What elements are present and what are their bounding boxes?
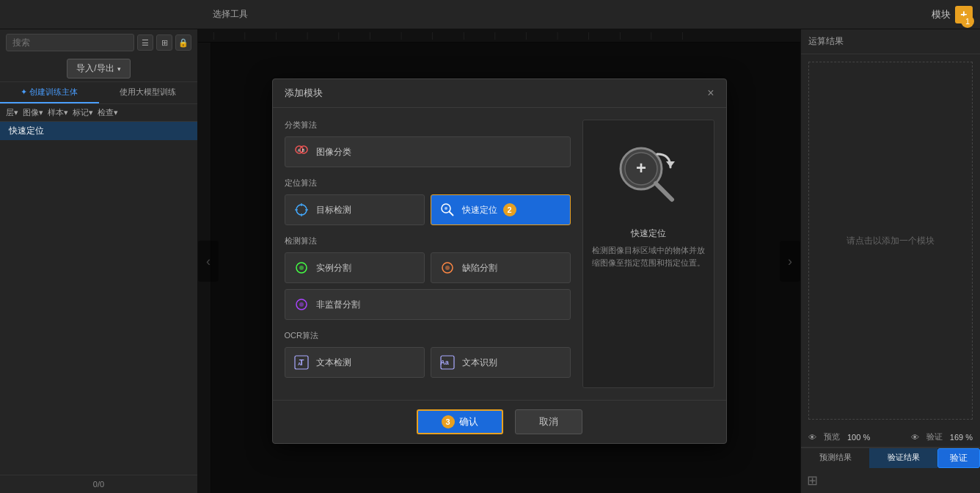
grid-display-icon[interactable]: ⊞ bbox=[807, 473, 818, 488]
svg-line-10 bbox=[449, 212, 453, 216]
non-supervised-seg-label: 非监督分割 bbox=[316, 299, 360, 311]
selection-tool-label: 选择工具 bbox=[213, 8, 248, 21]
zoom-preview: 👁 预览 100 % bbox=[808, 431, 870, 442]
tab-predict-result[interactable]: 预测结果 bbox=[801, 448, 869, 468]
lock-icon[interactable]: 🔒 bbox=[175, 34, 191, 51]
instance-seg-icon bbox=[293, 259, 310, 277]
import-btn[interactable]: 导入/导出 ▾ bbox=[67, 59, 130, 78]
modal-confirm-button[interactable]: 3 确认 bbox=[417, 409, 503, 434]
import-dropdown-arrow: ▾ bbox=[117, 65, 121, 73]
sidebar-content: 快速定位 bbox=[0, 122, 197, 475]
svg-text:Aa: Aa bbox=[440, 359, 449, 366]
modal-footer: 3 确认 取消 bbox=[273, 400, 726, 443]
zoom-val-2: 169 % bbox=[950, 433, 973, 442]
top-bar-right: 模块 + 1 bbox=[932, 6, 973, 23]
svg-marker-27 bbox=[666, 161, 675, 167]
svg-point-11 bbox=[445, 207, 447, 210]
zoom-label-2: 验证 bbox=[926, 431, 943, 442]
algo-image-classify[interactable]: A B 图像分类 bbox=[285, 136, 571, 167]
text-detect-label: 文本检测 bbox=[316, 357, 351, 369]
toolbar-check[interactable]: 检查▾ bbox=[98, 107, 118, 118]
center-canvas: | | | | | | | | | | | | | | | | ‹ 添加模块 bbox=[198, 29, 800, 493]
algo-defect-seg[interactable]: 缺陷分割 bbox=[431, 252, 571, 283]
modal-preview: + 快速定位 检测图像目标区域中的物体并放缩图像至指定范围和指定位置。 bbox=[582, 120, 714, 388]
right-panel-footer: 👁 预览 100 % 👁 验证 169 % 预测结果 验证结果 验证 ⊞ bbox=[801, 427, 980, 493]
toolbar-mark[interactable]: 标记▾ bbox=[73, 107, 93, 118]
preview-title: 快速定位 bbox=[631, 227, 666, 240]
modal-close-button[interactable]: × bbox=[707, 87, 714, 100]
locate-grid: 目标检测 快速定位 bbox=[285, 194, 571, 225]
svg-text:A: A bbox=[298, 362, 301, 366]
svg-text:B: B bbox=[301, 148, 304, 153]
algo-target-detect[interactable]: 目标检测 bbox=[285, 194, 425, 225]
section-locate-label: 定位算法 bbox=[285, 178, 571, 189]
section-classify-label: 分类算法 bbox=[285, 120, 571, 131]
confirm-number-badge: 3 bbox=[442, 415, 455, 428]
text-recog-icon: Aa bbox=[439, 354, 456, 371]
detect-grid: 实例分割 缺陷分割 bbox=[285, 252, 571, 283]
search-input[interactable] bbox=[6, 34, 134, 51]
tab-create[interactable]: ✦ 创建训练主体 bbox=[0, 82, 99, 103]
algo-text-recog[interactable]: Aa 文本识别 bbox=[431, 347, 571, 378]
bottom-tabs: 预测结果 验证结果 验证 bbox=[801, 448, 980, 468]
confirm-badge: 3 确认 bbox=[442, 415, 478, 428]
target-detect-label: 目标检测 bbox=[316, 204, 351, 216]
algo-non-supervised-seg[interactable]: 非监督分割 bbox=[285, 289, 571, 320]
tab-big-model[interactable]: 使用大模型训练 bbox=[99, 82, 198, 103]
zoom-val-1: 100 % bbox=[847, 433, 870, 442]
add-button-wrapper: + 1 bbox=[955, 6, 973, 23]
top-bar: 选择工具 模块 + 1 bbox=[0, 0, 980, 29]
main-layout: ☰ ⊞ 🔒 导入/导出 ▾ ✦ 创建训练主体 使用大模型训练 层▾ 图像▾ 样本… bbox=[0, 29, 980, 493]
tab-verify-result[interactable]: 验证结果 bbox=[869, 448, 937, 468]
fast-locate-preview-svg: + bbox=[612, 139, 685, 213]
algo-text-detect[interactable]: T A 文本检测 bbox=[285, 347, 425, 378]
modal-algorithm-list: 分类算法 A B bbox=[285, 120, 571, 388]
import-label: 导入/导出 bbox=[76, 62, 114, 75]
defect-seg-icon bbox=[439, 259, 456, 277]
svg-point-17 bbox=[299, 302, 304, 307]
zoom-verify: 👁 验证 169 % bbox=[911, 431, 973, 442]
ocr-grid: T A 文本检测 Aa bbox=[285, 347, 571, 378]
text-recog-label: 文本识别 bbox=[462, 357, 497, 369]
preview-description: 检测图像目标区域中的物体并放缩图像至指定范围和指定位置。 bbox=[592, 244, 705, 269]
fast-locate-badge: 2 bbox=[503, 203, 516, 216]
modal-body: 分类算法 A B bbox=[273, 108, 726, 400]
non-supervised-seg-icon bbox=[293, 296, 310, 313]
algo-fast-locate[interactable]: 快速定位 2 bbox=[431, 194, 571, 225]
section-ocr-label: OCR算法 bbox=[285, 330, 571, 341]
grid-icon[interactable]: ⊞ bbox=[156, 34, 172, 51]
toolbar-layer[interactable]: 层▾ bbox=[6, 107, 18, 118]
toolbar-sample[interactable]: 样本▾ bbox=[48, 107, 68, 118]
import-bar: 导入/导出 ▾ bbox=[0, 56, 197, 82]
module-label: 模块 bbox=[932, 8, 951, 21]
zoom-label-1: 预览 bbox=[824, 431, 840, 442]
modal-overlay: 添加模块 × 分类算法 bbox=[198, 29, 800, 493]
sidebar-toolbar: 层▾ 图像▾ 样本▾ 标记▾ 检查▾ bbox=[0, 104, 197, 122]
toolbar-image[interactable]: 图像▾ bbox=[23, 107, 43, 118]
image-classify-label: 图像分类 bbox=[316, 146, 351, 158]
right-panel-title: 运算结果 bbox=[808, 36, 844, 46]
fast-locate-label: 快速定位 bbox=[462, 204, 497, 216]
sidebar-selected-item[interactable]: 快速定位 bbox=[0, 122, 197, 140]
instance-seg-label: 实例分割 bbox=[316, 262, 351, 274]
classify-grid: A B 图像分类 bbox=[285, 136, 571, 167]
algo-instance-seg[interactable]: 实例分割 bbox=[285, 252, 425, 283]
target-detect-icon bbox=[293, 201, 310, 219]
modal-cancel-button[interactable]: 取消 bbox=[515, 409, 582, 434]
sidebar-footer: 0/0 bbox=[0, 475, 197, 493]
svg-point-13 bbox=[299, 266, 304, 270]
grid-icon-row: ⊞ bbox=[801, 468, 980, 493]
svg-text:+: + bbox=[635, 158, 646, 178]
modal-title: 添加模块 bbox=[285, 87, 323, 100]
list-icon[interactable]: ☰ bbox=[137, 34, 153, 51]
eye-icon-1: 👁 bbox=[808, 433, 816, 442]
left-tabs-row: ✦ 创建训练主体 使用大模型训练 bbox=[0, 82, 197, 104]
detect-grid-2: 非监督分割 bbox=[285, 289, 571, 320]
image-classify-icon: A B bbox=[293, 143, 310, 161]
zoom-row: 👁 预览 100 % 👁 验证 169 % bbox=[801, 427, 980, 448]
module-empty-hint[interactable]: 请点击以添加一个模块 bbox=[808, 62, 973, 420]
small-confirm-btn[interactable]: 验证 bbox=[937, 448, 980, 468]
modal-header: 添加模块 × bbox=[273, 79, 726, 108]
search-icons: ☰ ⊞ 🔒 bbox=[137, 34, 191, 51]
search-bar: ☰ ⊞ 🔒 bbox=[0, 29, 197, 56]
